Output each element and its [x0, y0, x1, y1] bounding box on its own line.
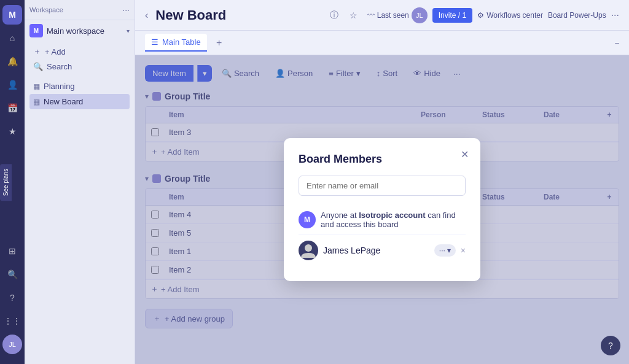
modal-overlay[interactable]: ✕ Board Members M Anyone at Isotropic ac… — [135, 55, 629, 364]
icon-bar: M ⌂ 🔔 👤 📅 ★ ⊞ 🔍 ? ⋮⋮ JL See plans — [0, 0, 25, 364]
power-ups-button[interactable]: Board Power-Ups — [548, 11, 606, 20]
modal-member: James LePage ··· ▾ × — [299, 234, 466, 266]
member-avatar — [299, 241, 318, 260]
member-remove-button[interactable]: × — [461, 246, 466, 255]
modal-info-prefix: Anyone at — [321, 211, 357, 220]
grid-icon[interactable]: ⋮⋮ — [2, 311, 22, 331]
power-ups-label: Board Power-Ups — [548, 11, 606, 20]
sidebar-item-planning[interactable]: ▦ Planning — [29, 79, 130, 94]
last-seen-tag[interactable]: 〰 Last seen JL — [367, 7, 428, 23]
user-avatar-icon[interactable]: JL — [2, 335, 22, 354]
sidebar-add-button[interactable]: ＋ + Add — [29, 44, 130, 60]
sidebar-item-new-board[interactable]: ▦ New Board — [29, 94, 130, 109]
favorite-icon[interactable]: ☆ — [345, 7, 362, 24]
star-icon[interactable]: ★ — [2, 122, 22, 141]
tab-main-table-label: Main Table — [162, 37, 201, 47]
planning-label: Planning — [44, 82, 75, 91]
search-label: Search — [47, 62, 72, 71]
member-name: James LePage — [323, 246, 429, 255]
search-icon: 🔍 — [33, 62, 43, 71]
topbar-right: 〰 Last seen JL Invite / 1 ⚙ Workflows ce… — [367, 7, 619, 23]
board-members-modal: ✕ Board Members M Anyone at Isotropic ac… — [284, 138, 480, 281]
member-role: ··· ▾ × — [434, 244, 466, 257]
modal-close-button[interactable]: ✕ — [457, 147, 472, 161]
workspace-dots[interactable]: ··· — [122, 5, 130, 15]
tab-add-button[interactable]: + — [212, 36, 227, 50]
info-icon[interactable]: ⓘ — [326, 7, 343, 24]
modal-info-text: Anyone at Isotropic account can find and… — [321, 211, 466, 229]
invite-button[interactable]: Invite / 1 — [432, 8, 472, 23]
workspace-icon: M — [29, 24, 43, 37]
tab-collapse-button[interactable]: – — [615, 39, 619, 47]
workflows-icon: ⚙ — [477, 11, 484, 20]
last-seen-avatar: JL — [412, 7, 428, 23]
role-dots: ··· — [439, 246, 445, 255]
help-button[interactable]: ? — [601, 336, 620, 355]
table-icon: ▦ — [33, 82, 40, 91]
people-icon[interactable]: 👤 — [2, 75, 22, 95]
modal-company-name: Isotropic account — [359, 211, 425, 220]
workflows-button[interactable]: ⚙ Workflows center — [477, 11, 543, 20]
workspace-chevron: ▾ — [127, 28, 130, 34]
logo-icon[interactable]: M — [2, 5, 22, 25]
sidebar-actions: ＋ + Add 🔍 Search — [25, 41, 135, 76]
new-board-label: New Board — [44, 97, 83, 106]
svg-point-0 — [305, 244, 312, 252]
sidebar-header: Workspace ··· — [25, 0, 135, 20]
help-icon-label: ? — [608, 341, 613, 350]
last-seen-label: Last seen — [377, 11, 409, 20]
add-label: + Add — [45, 47, 66, 56]
sidebar-search-button[interactable]: 🔍 Search — [29, 60, 130, 74]
modal-info-icon: M — [299, 211, 316, 228]
tab-bar: ☰ Main Table + – — [135, 31, 629, 55]
table-tab-icon: ☰ — [151, 37, 158, 47]
modal-title: Board Members — [299, 153, 466, 166]
topbar: ‹ New Board ⓘ ☆ 〰 Last seen JL Invite / … — [135, 0, 629, 31]
help-sidebar-icon[interactable]: ? — [2, 288, 22, 308]
invite-input[interactable] — [299, 176, 466, 196]
add-icon: ＋ — [33, 46, 41, 57]
workflows-label: Workflows center — [486, 11, 543, 20]
calendar-icon[interactable]: 📅 — [2, 98, 22, 118]
sidebar-nav: ▦ Planning ▦ New Board — [25, 76, 135, 364]
search-sidebar-icon[interactable]: 🔍 — [2, 265, 22, 284]
home-icon[interactable]: ⌂ — [2, 28, 22, 48]
tab-main-table[interactable]: ☰ Main Table — [145, 34, 207, 52]
workspace-name: Main workspace — [47, 26, 123, 36]
page-title: New Board — [155, 7, 320, 23]
topbar-more-button[interactable]: ··· — [611, 10, 619, 21]
inbox-icon[interactable]: 🔔 — [2, 52, 22, 71]
role-badge[interactable]: ··· ▾ — [434, 244, 456, 257]
workspace-item[interactable]: M Main workspace ▾ — [25, 20, 135, 41]
workspace-label: Workspace — [29, 6, 63, 14]
see-plans-tab[interactable]: See plans — [0, 163, 12, 200]
wave-icon: 〰 — [367, 11, 375, 20]
role-chevron: ▾ — [447, 246, 451, 255]
sidebar: Workspace ··· M Main workspace ▾ ＋ + Add… — [25, 0, 135, 364]
modal-info: M Anyone at Isotropic account can find a… — [299, 206, 466, 234]
board: New Item ▾ 🔍 Search 👤 Person ≡ Filter ▾ … — [135, 55, 629, 364]
back-button[interactable]: ‹ — [145, 10, 148, 21]
board-icon: ▦ — [33, 98, 40, 106]
main-content: ‹ New Board ⓘ ☆ 〰 Last seen JL Invite / … — [135, 0, 629, 364]
apps-icon[interactable]: ⊞ — [2, 241, 22, 261]
topbar-icons: ⓘ ☆ — [326, 7, 362, 24]
